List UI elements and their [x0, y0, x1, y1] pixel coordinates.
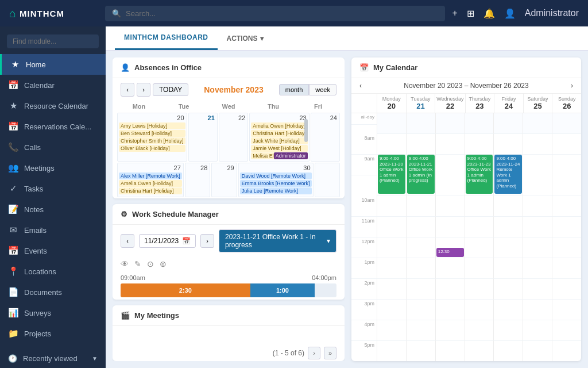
global-search-bar[interactable]: 🔍	[105, 6, 445, 21]
cell-11am-tue	[406, 217, 435, 237]
sidebar-item-resource-calendar[interactable]: ★ Resource Calendar	[0, 95, 106, 116]
absences-widget: 👤 Absences in Office ‹ › TODAY November …	[113, 57, 345, 198]
day-name: Wednesday	[436, 96, 463, 102]
sidebar-item-calls[interactable]: 📞 Calls	[0, 137, 106, 158]
left-column: 👤 Absences in Office ‹ › TODAY November …	[113, 57, 345, 361]
ws-edit-icon[interactable]: ✎	[134, 259, 141, 269]
week-view-button[interactable]: week	[309, 84, 336, 95]
cal-cell-fri-24: 24	[311, 113, 340, 162]
cell-1pm-thu	[465, 258, 494, 279]
cell-9am-wed	[435, 155, 465, 196]
sidebar-item-label: Surveys	[24, 309, 51, 317]
event-jamie: Jamie West [Holiday]	[251, 145, 308, 152]
grid-icon[interactable]: ⊞	[467, 8, 474, 19]
cal-col-wed: Wednesday 22	[435, 94, 465, 113]
date-number: 22	[220, 114, 246, 121]
cell-4pm-wed	[435, 320, 465, 341]
sidebar-item-tasks[interactable]: ✓ Tasks	[0, 178, 106, 199]
sidebar-search-input[interactable]	[7, 34, 99, 48]
cell-2pm-thu	[465, 279, 494, 300]
sidebar-item-emails[interactable]: ✉ Emails	[0, 220, 106, 240]
sidebar-recently-viewed[interactable]: 🕐 Recently viewed ▼	[0, 349, 106, 368]
ws-eye-icon[interactable]: 👁	[121, 259, 129, 269]
sidebar-item-reservations[interactable]: 📅 Reservations Cale...	[0, 116, 106, 137]
surveys-icon: 📊	[8, 308, 18, 318]
cell-12pm-sun	[552, 237, 581, 258]
sidebar-item-documents[interactable]: 📄 Documents	[0, 282, 106, 302]
search-input[interactable]	[126, 9, 438, 18]
events-icon: 📅	[8, 246, 18, 256]
sidebar-item-label: Reservations Cale...	[24, 122, 91, 131]
cal-col-mon: Monday 20	[377, 94, 406, 113]
sidebar-item-notes[interactable]: 📝 Notes	[0, 199, 106, 220]
cell-2pm-wed	[435, 279, 465, 300]
user-icon[interactable]: 👤	[504, 8, 516, 19]
cell-3pm-sat	[523, 300, 552, 320]
event-amelia: Amelia Owen [Holiday]	[251, 122, 308, 129]
actions-label: ACTIONS	[227, 34, 258, 43]
sidebar-item-home[interactable]: ★ Home	[0, 54, 106, 75]
allday-sun	[552, 113, 581, 134]
cell-1pm-sun	[552, 258, 581, 279]
event-christina2: Christina Hart [Holiday]	[119, 187, 182, 194]
ws-check-icon[interactable]: ⊙	[147, 259, 154, 269]
ws-schedule-select[interactable]: 2023-11-21 Office Work 1 - In progress ▾	[219, 229, 336, 252]
cell-11am-sun	[552, 217, 581, 237]
ws-date-input[interactable]: 11/21/2023 📅	[139, 234, 196, 248]
calendar-prev-button[interactable]: ‹	[359, 82, 362, 90]
date-number: 23	[251, 114, 308, 121]
cell-1pm-mon	[377, 258, 406, 279]
event-emma: Emma Brooks [Remote Work]	[240, 180, 312, 187]
cell-10am-thu	[465, 196, 494, 217]
cell-3pm-wed	[435, 300, 465, 320]
tab-actions[interactable]: ACTIONS ▾	[218, 29, 273, 48]
cell-1pm-fri	[493, 258, 523, 279]
sidebar-item-calendar[interactable]: 📅 Calendar	[0, 75, 106, 95]
today-button[interactable]: TODAY	[153, 83, 188, 96]
cell-11am-sat	[523, 217, 552, 237]
view-toggle: month week	[279, 84, 336, 95]
meetings-last-button[interactable]: »	[324, 347, 336, 359]
ws-schedule-label: 2023-11-21 Office Work 1 - In progress	[225, 233, 327, 249]
recently-viewed-label: Recently viewed	[23, 354, 78, 363]
absence-navigation: ‹ › TODAY November 2023 month week	[113, 78, 345, 101]
day-name: Thursday	[467, 96, 493, 102]
calendar-columns-header: Monday 20 Tuesday 21 Wednesday 22 Thur	[351, 94, 581, 113]
cell-11am-fri	[493, 217, 523, 237]
home-icon: ★	[10, 59, 20, 70]
ws-clock-icon[interactable]: ⊚	[160, 259, 167, 269]
month-view-button[interactable]: month	[279, 84, 310, 95]
sidebar-item-locations[interactable]: 📍 Locations	[0, 261, 106, 282]
cell-1pm-tue	[406, 258, 435, 279]
bell-icon[interactable]: 🔔	[483, 8, 495, 19]
emails-icon: ✉	[8, 225, 18, 235]
add-icon[interactable]: +	[452, 8, 457, 18]
prev-month-button[interactable]: ‹	[121, 83, 134, 97]
sidebar-item-label: Calls	[24, 143, 41, 152]
logo: ⌂ minthcm	[9, 7, 98, 20]
day-number: 22	[436, 102, 463, 110]
cell-8am-sun	[552, 134, 581, 155]
allday-wed	[435, 113, 465, 134]
ws-next-button[interactable]: ›	[200, 234, 214, 248]
cal-cell-wed-22: 22	[219, 113, 248, 162]
event-fri-work: 9:00-4:00 2023-11-24 Remote Work 1 admin…	[494, 155, 522, 194]
reservations-icon: 📅	[8, 121, 18, 132]
sidebar-item-meetings[interactable]: 👥 Meetings	[0, 158, 106, 178]
time-12pm: 12pm	[351, 237, 377, 258]
my-meetings-title: My Meetings	[134, 311, 179, 320]
date-number: 20	[119, 114, 185, 121]
sidebar-item-surveys[interactable]: 📊 Surveys	[0, 302, 106, 323]
calendar-next-button[interactable]: ›	[571, 82, 573, 90]
tab-dashboard[interactable]: MINTHCM DASHBOARD	[115, 26, 218, 50]
sidebar-item-events[interactable]: 📅 Events	[0, 240, 106, 261]
sidebar-item-projects[interactable]: 📁 Projects	[0, 323, 106, 344]
time-corner	[351, 94, 377, 113]
next-month-button[interactable]: ›	[137, 83, 150, 97]
meetings-next-button[interactable]: ›	[308, 347, 320, 359]
my-calendar-title: My Calendar	[373, 63, 417, 72]
ws-prev-button[interactable]: ‹	[121, 234, 134, 248]
event-amy: Amy Lewis [Holiday]	[119, 122, 185, 129]
cell-5pm-tue	[406, 341, 435, 361]
sidebar-search-container[interactable]	[0, 31, 106, 52]
